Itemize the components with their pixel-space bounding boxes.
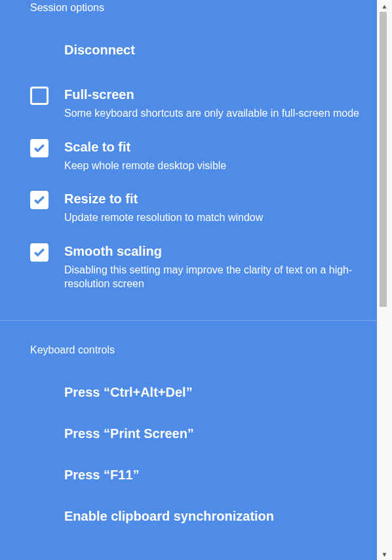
resize-desc: Update remote resolution to match window [64, 210, 364, 225]
session-options-header: Session options [0, 2, 377, 14]
check-icon [33, 142, 46, 155]
resize-title[interactable]: Resize to fit [64, 191, 364, 207]
fullscreen-desc: Some keyboard shortcuts are only availab… [64, 106, 364, 121]
check-icon [33, 246, 46, 259]
keyboard-controls-section: Keyboard controls Press “Ctrl+Alt+Del” P… [0, 344, 377, 540]
fullscreen-checkbox[interactable] [30, 87, 49, 105]
scroll-thumb[interactable] [380, 12, 387, 307]
fullscreen-option: Full-screen Some keyboard shortcuts are … [0, 77, 377, 121]
scale-content: Scale to fit Keep whole remote desktop v… [64, 139, 364, 173]
press-ctrl-alt-del-button[interactable]: Press “Ctrl+Alt+Del” [0, 385, 377, 400]
scroll-track[interactable] [377, 12, 392, 548]
keyboard-controls-header: Keyboard controls [0, 344, 377, 356]
scroll-down-arrow-icon[interactable]: ▼ [377, 548, 392, 560]
scale-desc: Keep whole remote desktop visible [64, 159, 364, 173]
scale-title[interactable]: Scale to fit [64, 139, 364, 155]
session-panel: Session options Disconnect Full-screen S… [0, 0, 377, 560]
fullscreen-content: Full-screen Some keyboard shortcuts are … [64, 87, 364, 121]
press-print-screen-button[interactable]: Press “Print Screen” [0, 426, 377, 441]
resize-option: Resize to fit Update remote resolution t… [0, 182, 377, 225]
check-icon [33, 193, 46, 207]
smooth-title[interactable]: Smooth scaling [64, 243, 364, 259]
smooth-desc: Disabling this setting may improve the c… [64, 263, 364, 291]
scroll-up-arrow-icon[interactable]: ▲ [377, 0, 392, 12]
fullscreen-title[interactable]: Full-screen [64, 87, 364, 102]
enable-clipboard-button[interactable]: Enable clipboard synchronization [0, 509, 377, 524]
resize-checkbox[interactable] [30, 191, 49, 209]
scrollbar[interactable]: ▲ ▼ [377, 0, 392, 560]
section-divider [0, 320, 377, 321]
scale-checkbox[interactable] [30, 139, 49, 157]
press-f11-button[interactable]: Press “F11” [0, 468, 377, 483]
smooth-checkbox[interactable] [30, 243, 49, 262]
smooth-content: Smooth scaling Disabling this setting ma… [64, 243, 364, 291]
resize-content: Resize to fit Update remote resolution t… [64, 191, 364, 225]
scale-option: Scale to fit Keep whole remote desktop v… [0, 130, 377, 173]
smooth-option: Smooth scaling Disabling this setting ma… [0, 234, 377, 291]
session-options-section: Session options Disconnect Full-screen S… [0, 2, 377, 307]
disconnect-button[interactable]: Disconnect [0, 43, 377, 58]
